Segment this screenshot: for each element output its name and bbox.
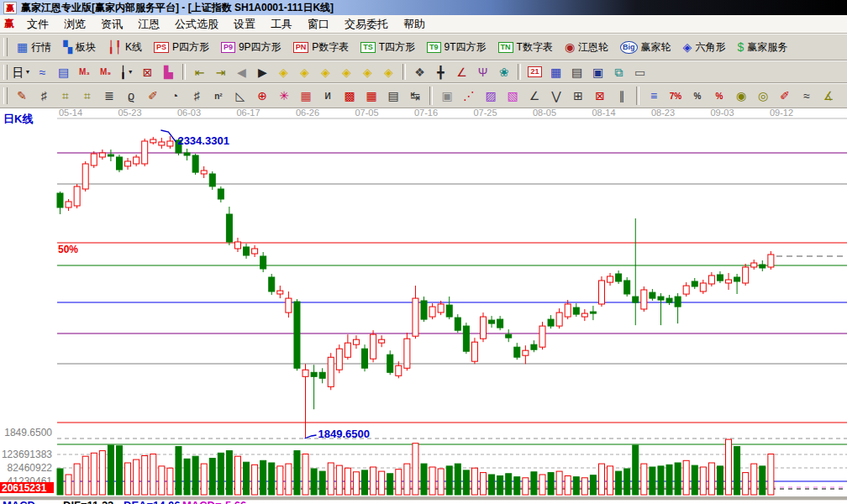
sectors-button[interactable]: ▚板块 <box>57 38 102 57</box>
chart-area[interactable]: 05-1405-2306-0306-1706-2607-0507-1607-25… <box>0 108 847 504</box>
gold-circle-icon[interactable]: ◉ <box>730 86 752 107</box>
pattern-icon[interactable]: ⊠ <box>137 62 158 81</box>
notes-icon[interactable]: ▤ <box>566 62 587 81</box>
shen-grid-icon[interactable]: ▩ <box>339 86 360 107</box>
gold-angle-icon[interactable]: ∡ <box>818 86 839 107</box>
wave-9-icon[interactable]: M₉ <box>95 62 116 81</box>
circle-cycle-icon[interactable]: ◔ <box>164 86 186 107</box>
menu-item-8[interactable]: 交易委托 <box>337 16 396 33</box>
ruler-grid-icon[interactable]: ▤ <box>382 86 404 107</box>
red-pen-icon[interactable]: ✐ <box>774 86 796 107</box>
p-square-button[interactable]: PSP四方形 <box>148 38 215 57</box>
gann-tool-icon[interactable]: Ψ <box>472 62 493 81</box>
pen-brush-icon[interactable]: ✎ <box>11 86 33 107</box>
ying-grid-icon[interactable]: ▦ <box>360 86 382 107</box>
red-fan-icon[interactable]: ⋰ <box>458 86 480 107</box>
menu-item-0[interactable]: 文件 <box>19 16 56 33</box>
first-page-icon[interactable]: ⇤ <box>189 62 210 81</box>
v-lines-icon[interactable]: ⋁ <box>545 86 567 107</box>
network-icon[interactable]: ⧉ <box>608 62 629 81</box>
black-grid-icon[interactable]: ⊞ <box>567 86 589 107</box>
winner-service-button[interactable]: $赢家服务 <box>731 38 793 57</box>
magenta-fan-icon[interactable]: ▧ <box>502 86 523 107</box>
p-number-table-button[interactable]: PNP数字表 <box>287 38 355 57</box>
menu-item-4[interactable]: 公式选股 <box>167 16 226 33</box>
pan-left-icon[interactable]: ◈ <box>273 62 294 81</box>
toolbar-grip[interactable] <box>3 38 8 56</box>
info-doc-icon[interactable]: ▤ <box>53 62 74 81</box>
pan-right-icon[interactable]: ◈ <box>294 62 315 81</box>
prev-icon[interactable]: ◀ <box>231 62 252 81</box>
span-arrows-icon[interactable]: ↹ <box>404 86 426 107</box>
toolbar-grip[interactable] <box>3 87 8 104</box>
kline-chart-canvas[interactable]: 05-1405-2306-0306-1706-2607-0507-1607-25… <box>0 108 847 504</box>
candle <box>471 338 477 364</box>
spiral-icon[interactable]: ϱ <box>120 86 142 107</box>
menu-item-3[interactable]: 江恩 <box>130 16 167 33</box>
t-square-button[interactable]: TST四方形 <box>355 38 421 57</box>
candle-style-icon[interactable]: ╽▼ <box>116 62 137 81</box>
golden-ratio-2-icon[interactable]: ⌗ <box>76 86 98 107</box>
print-icon[interactable]: ▭ <box>629 62 650 81</box>
gann-crosshair-icon[interactable]: ⊕ <box>251 86 273 107</box>
period-day-icon[interactable]: 日▼ <box>11 62 32 81</box>
crosshair-tool-icon[interactable]: ╋ <box>430 62 451 81</box>
winner-wheel-button[interactable]: Big赢家轮 <box>614 38 677 57</box>
gann-ticks-icon[interactable]: ♯ <box>33 86 55 107</box>
calendar-icon[interactable]: 21 <box>524 62 545 81</box>
menu-item-5[interactable]: 设置 <box>226 16 263 33</box>
title-bar[interactable]: 赢 赢家江恩专业版[赢家内部服务平台] - [上证指数 SH1A0001-111… <box>0 0 847 15</box>
quotes-button[interactable]: ▦行情 <box>11 38 57 57</box>
trend-wave-icon[interactable]: ≈ <box>32 62 53 81</box>
percent-line-icon[interactable]: % <box>708 86 730 107</box>
menu-item-1[interactable]: 浏览 <box>56 16 93 33</box>
golden-ratio-1-icon[interactable]: ⌗ <box>55 86 76 107</box>
angle-lines-icon[interactable]: ∠ <box>523 86 545 107</box>
compress-icon[interactable]: ◈ <box>336 62 357 81</box>
time-ticks-icon[interactable]: ♯ <box>186 86 208 107</box>
kline-button[interactable]: ╽╿K线 <box>102 38 148 57</box>
fit-all-icon[interactable]: ◈ <box>378 62 399 81</box>
seven-pct-icon[interactable]: 7% <box>665 86 687 107</box>
kline-mark-icon[interactable]: И <box>317 86 339 107</box>
star-web-icon[interactable]: ✳ <box>273 86 295 107</box>
wave-channel-icon[interactable]: ≈ <box>796 86 818 107</box>
angle-measure-tool-icon[interactable]: ∠ <box>451 62 472 81</box>
save-icon[interactable]: ▣ <box>587 62 608 81</box>
fib-ticks-icon[interactable]: ≣ <box>98 86 120 107</box>
gold-ring-icon[interactable]: ◎ <box>752 86 774 107</box>
n-squared-glyph: n² <box>214 92 222 101</box>
t-number-table-button[interactable]: TNT数字表 <box>492 38 559 57</box>
calculator-icon[interactable]: ▦ <box>545 62 566 81</box>
volume-bar <box>66 475 71 495</box>
volume-bar <box>108 445 113 495</box>
hexagon-button[interactable]: ◈六角形 <box>677 38 732 57</box>
levels-icon[interactable]: ≡ <box>643 86 665 107</box>
menu-item-6[interactable]: 工具 <box>263 16 300 33</box>
cycle-tool-icon[interactable]: ❀ <box>493 62 514 81</box>
expand-icon[interactable]: ◈ <box>357 62 378 81</box>
j-angle-icon[interactable]: J <box>839 86 847 107</box>
red-brush-icon[interactable]: ✐ <box>142 86 164 107</box>
gann-wheel-button[interactable]: ◉江恩轮 <box>559 38 614 57</box>
next-icon[interactable]: ▶ <box>252 62 273 81</box>
menu-item-7[interactable]: 窗口 <box>300 16 337 33</box>
angle-wedge-icon[interactable]: ◺ <box>229 86 251 107</box>
zoom-horizontal-icon[interactable]: ◈ <box>315 62 336 81</box>
histogram-icon[interactable]: ▙ <box>158 62 179 81</box>
toolbar-grip[interactable] <box>3 65 8 80</box>
purple-fan-icon[interactable]: ▨ <box>480 86 502 107</box>
last-page-icon[interactable]: ⇥ <box>210 62 231 81</box>
red-grid-icon[interactable]: ⊠ <box>589 86 611 107</box>
menu-item-9[interactable]: 帮助 <box>396 16 433 33</box>
hand-tool-icon[interactable]: ❖ <box>409 62 430 81</box>
9p-square-button[interactable]: P99P四方形 <box>215 38 287 57</box>
percent-icon[interactable]: % <box>687 86 708 107</box>
web-box-icon[interactable]: ▦ <box>295 86 317 107</box>
n-squared-icon[interactable]: n² <box>208 86 229 107</box>
menu-item-2[interactable]: 资讯 <box>93 16 130 33</box>
wave-3-icon[interactable]: M₃ <box>74 62 95 81</box>
chart-frame-icon[interactable]: ▣ <box>436 86 458 107</box>
9t-square-button[interactable]: T99T四方形 <box>421 38 492 57</box>
parallel-lines-icon[interactable]: ∥ <box>611 86 633 107</box>
